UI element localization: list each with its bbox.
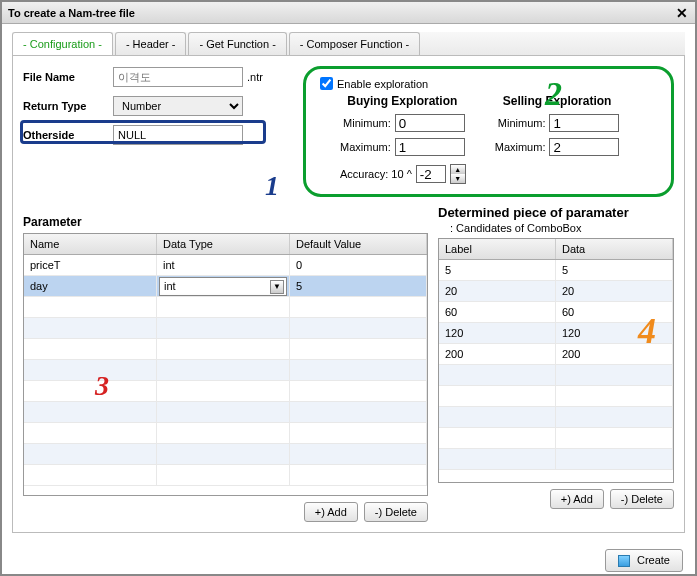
buy-min-input[interactable] bbox=[395, 114, 465, 132]
file-ext-label: .ntr bbox=[247, 71, 263, 83]
tab-composer-function[interactable]: - Composer Function - bbox=[289, 32, 420, 55]
table-row[interactable]: day int ▼ Number int Strin bbox=[24, 276, 427, 297]
combo-subtitle: : Candidates of ComboBox bbox=[450, 222, 674, 234]
sell-max-input[interactable] bbox=[549, 138, 619, 156]
config-panel: File Name .ntr Return Type Number Others… bbox=[12, 56, 685, 533]
buying-title: Buying Exploration bbox=[340, 94, 465, 108]
combo-delete-button[interactable]: -) Delete bbox=[610, 489, 674, 509]
create-button[interactable]: Create bbox=[605, 549, 683, 572]
param-delete-button[interactable]: -) Delete bbox=[364, 502, 428, 522]
table-row[interactable]: 6060 bbox=[439, 302, 673, 323]
combo-title: Determined piece of paramater bbox=[438, 205, 674, 220]
table-row[interactable]: 55 bbox=[439, 260, 673, 281]
table-row[interactable]: 120120 bbox=[439, 323, 673, 344]
file-name-input[interactable] bbox=[113, 67, 243, 87]
accuracy-label: Accuracy: 10 ^ bbox=[340, 168, 412, 180]
tab-header[interactable]: - Header - bbox=[115, 32, 187, 55]
data-type-dropdown[interactable]: int ▼ bbox=[159, 277, 287, 296]
tabs: - Configuration - - Header - - Get Funct… bbox=[12, 32, 685, 56]
sell-min-input[interactable] bbox=[549, 114, 619, 132]
accuracy-input[interactable] bbox=[416, 165, 446, 183]
buy-min-label: Minimum: bbox=[343, 117, 391, 129]
titlebar: To create a Nam-tree file ✕ bbox=[2, 2, 695, 24]
table-row[interactable]: 2020 bbox=[439, 281, 673, 302]
buy-max-label: Maximum: bbox=[340, 141, 391, 153]
spinner-down-icon[interactable]: ▼ bbox=[451, 174, 465, 183]
table-row[interactable]: priceT int 0 bbox=[24, 255, 427, 276]
param-add-button[interactable]: +) Add bbox=[304, 502, 358, 522]
sell-min-label: Minimum: bbox=[498, 117, 546, 129]
sell-max-label: Maximum: bbox=[495, 141, 546, 153]
close-icon[interactable]: ✕ bbox=[675, 6, 689, 20]
combo-col-label: Label bbox=[439, 239, 556, 259]
parameter-table: Name Data Type Default Value priceT int … bbox=[23, 233, 428, 496]
dialog-window: To create a Nam-tree file ✕ - Configurat… bbox=[0, 0, 697, 576]
table-row[interactable]: 200200 bbox=[439, 344, 673, 365]
file-name-label: File Name bbox=[23, 71, 113, 83]
parameter-title: Parameter bbox=[23, 215, 428, 229]
document-icon bbox=[618, 555, 630, 567]
param-col-name: Name bbox=[24, 234, 157, 254]
window-title: To create a Nam-tree file bbox=[8, 7, 135, 19]
selling-title: Selling Exploration bbox=[495, 94, 620, 108]
enable-exploration-label: Enable exploration bbox=[337, 78, 428, 90]
spinner-up-icon[interactable]: ▲ bbox=[451, 165, 465, 174]
enable-exploration-checkbox[interactable] bbox=[320, 77, 333, 90]
otherside-label: Otherside bbox=[23, 129, 113, 141]
combo-col-data: Data bbox=[556, 239, 673, 259]
buy-max-input[interactable] bbox=[395, 138, 465, 156]
accuracy-spinner[interactable]: ▲▼ bbox=[450, 164, 466, 184]
return-type-select[interactable]: Number bbox=[113, 96, 243, 116]
tab-configuration[interactable]: - Configuration - bbox=[12, 32, 113, 55]
combo-table: Label Data 55 2020 6060 120120 200200 bbox=[438, 238, 674, 483]
param-col-type: Data Type bbox=[157, 234, 290, 254]
otherside-input[interactable] bbox=[113, 125, 243, 145]
chevron-down-icon[interactable]: ▼ bbox=[270, 280, 284, 294]
return-type-label: Return Type bbox=[23, 100, 113, 112]
tab-get-function[interactable]: - Get Function - bbox=[188, 32, 286, 55]
param-col-default: Default Value bbox=[290, 234, 427, 254]
combo-add-button[interactable]: +) Add bbox=[550, 489, 604, 509]
exploration-box: Enable exploration Buying Exploration Mi… bbox=[303, 66, 674, 197]
